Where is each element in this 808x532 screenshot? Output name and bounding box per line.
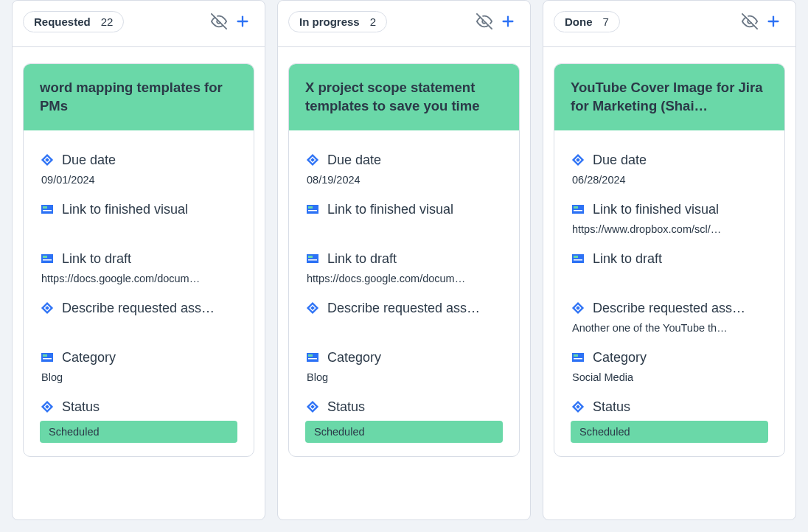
field-label: Link to draft (62, 251, 131, 267)
status-badge: Scheduled (571, 421, 768, 443)
svg-rect-32 (308, 259, 317, 261)
field-label: Link to draft (593, 251, 662, 267)
svg-rect-29 (308, 210, 317, 211)
card-body: Due date 08/19/2024 Link to finished vis… (289, 130, 519, 456)
field-link-draft: Link to draft (571, 251, 768, 286)
svg-rect-51 (572, 254, 584, 263)
field-describe: Describe requested ass… Another one of t… (571, 301, 768, 335)
plus-icon (765, 13, 781, 29)
field-link-visual: Link to finished visual https://www.drop… (571, 202, 768, 237)
card[interactable]: word mapping templates for PMs Due date … (23, 63, 254, 457)
svg-rect-6 (41, 205, 53, 214)
svg-rect-38 (308, 358, 317, 360)
status-badge: Scheduled (305, 421, 503, 443)
column-done: Done 7 YouTube Cover Image for Jira for … (543, 0, 796, 520)
diamond-icon (40, 399, 55, 414)
column-pill-in-progress[interactable]: In progress 2 (288, 11, 387, 32)
field-label: Status (62, 399, 100, 415)
svg-rect-50 (574, 210, 582, 211)
field-label: Due date (62, 153, 116, 168)
card-title: X project scope statement templates to s… (305, 79, 503, 116)
add-card-button[interactable] (762, 10, 785, 33)
column-count: 7 (603, 15, 609, 28)
status-badge: Scheduled (40, 421, 237, 443)
field-label: Link to finished visual (327, 202, 453, 217)
field-value-describe: Another one of the YouTube th… (571, 322, 768, 335)
svg-rect-16 (43, 354, 47, 357)
field-describe: Describe requested ass… (40, 301, 237, 335)
svg-rect-8 (43, 210, 52, 211)
hide-column-button[interactable] (207, 10, 231, 33)
svg-rect-58 (574, 354, 578, 357)
document-icon (305, 350, 320, 365)
diamond-icon (305, 153, 320, 167)
svg-rect-49 (574, 206, 578, 209)
add-card-button[interactable] (496, 10, 520, 33)
field-label: Category (62, 350, 116, 365)
add-card-button[interactable] (231, 10, 254, 33)
column-header: Done 7 (543, 1, 795, 47)
card-body: Due date 06/28/2024 Link to finished vis… (554, 130, 784, 456)
field-label: Describe requested ass… (62, 301, 215, 316)
field-value-link-draft: https://docs.google.com/docum… (305, 273, 503, 286)
diamond-icon (571, 301, 585, 315)
hide-column-button[interactable] (473, 10, 496, 33)
column-header: Requested 22 (13, 1, 265, 47)
eye-off-icon (742, 13, 758, 29)
kanban-board: Requested 22 word mapping templates for … (0, 0, 808, 532)
card[interactable]: X project scope statement templates to s… (288, 63, 520, 457)
card[interactable]: YouTube Cover Image for Jira for Marketi… (554, 63, 785, 457)
field-value-due-date: 06/28/2024 (571, 174, 768, 187)
field-link-visual: Link to finished visual (40, 202, 237, 237)
diamond-icon (40, 301, 55, 315)
column-pill-done[interactable]: Done 7 (554, 11, 620, 32)
eye-off-icon (211, 13, 227, 29)
document-icon (40, 251, 55, 266)
plus-icon (234, 13, 251, 29)
svg-rect-9 (41, 254, 53, 263)
svg-rect-27 (307, 205, 318, 214)
field-label: Status (327, 399, 365, 415)
field-link-visual: Link to finished visual (305, 202, 503, 237)
svg-rect-57 (572, 353, 584, 362)
column-count: 22 (101, 15, 114, 28)
field-value-category: Social Media (571, 371, 768, 385)
document-icon (305, 251, 320, 266)
svg-rect-59 (574, 358, 582, 360)
field-value-due-date: 08/19/2024 (305, 174, 503, 187)
card-body: Due date 09/01/2024 Link to finished vis… (24, 130, 254, 456)
column-body: word mapping templates for PMs Due date … (13, 47, 265, 519)
field-label: Describe requested ass… (327, 301, 480, 316)
document-icon (571, 251, 585, 266)
field-label: Category (327, 350, 381, 365)
field-value-link-draft: https://docs.google.com/docum… (40, 273, 237, 286)
svg-rect-30 (307, 254, 318, 263)
field-label: Status (593, 399, 630, 415)
card-title-bar: word mapping templates for PMs (24, 64, 254, 130)
document-icon (40, 350, 55, 365)
field-value-due-date: 09/01/2024 (40, 174, 237, 187)
document-icon (40, 202, 55, 217)
svg-rect-11 (43, 259, 52, 261)
field-value-link-visual: https://www.dropbox.com/scl/… (571, 223, 768, 237)
card-title-bar: YouTube Cover Image for Jira for Marketi… (554, 64, 784, 130)
field-status: Status Scheduled (571, 399, 768, 443)
diamond-icon (305, 399, 320, 414)
field-category: Category Blog (40, 350, 237, 385)
column-pill-requested[interactable]: Requested 22 (23, 11, 124, 32)
column-requested: Requested 22 word mapping templates for … (12, 0, 265, 520)
field-due-date: Due date 09/01/2024 (40, 153, 237, 187)
svg-rect-31 (308, 256, 313, 258)
hide-column-button[interactable] (738, 10, 762, 33)
svg-rect-15 (41, 353, 53, 362)
column-name: In progress (299, 15, 360, 28)
column-name: Requested (34, 15, 91, 28)
svg-rect-37 (308, 354, 313, 357)
field-value-describe (305, 322, 503, 335)
field-link-draft: Link to draft https://docs.google.com/do… (305, 251, 503, 286)
column-count: 2 (370, 15, 376, 28)
document-icon (571, 350, 585, 365)
field-value-link-visual (40, 223, 237, 237)
field-value-category: Blog (40, 371, 237, 385)
field-label: Category (593, 350, 647, 365)
